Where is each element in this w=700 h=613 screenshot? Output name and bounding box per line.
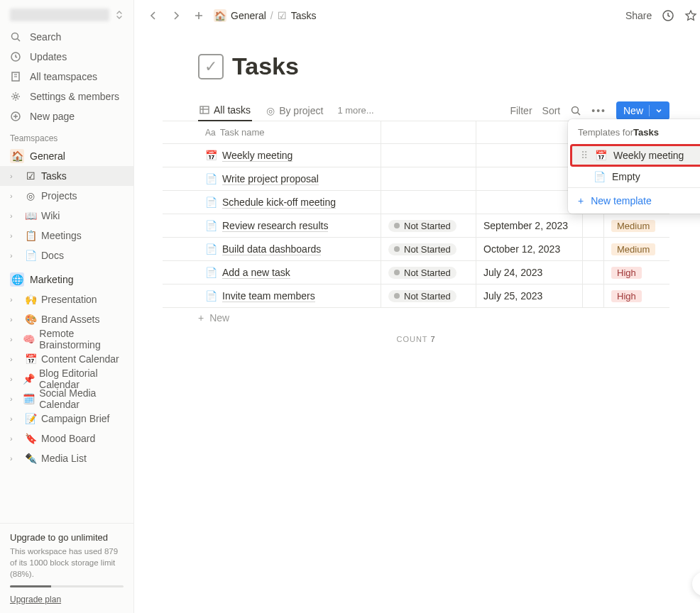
due-date[interactable]: September 2, 2023 (476, 214, 583, 237)
chevron-right-icon[interactable]: › (10, 434, 20, 443)
chevron-right-icon[interactable]: › (10, 375, 18, 383)
chevron-right-icon[interactable]: › (10, 335, 18, 343)
calendar-icon: 📅 (24, 353, 37, 365)
row-title[interactable]: Weekly meeting (222, 150, 292, 162)
status-badge[interactable]: Not Started (388, 290, 456, 302)
table-row[interactable]: 📄Build data dashboardsNot StartedOctober… (163, 238, 669, 261)
column-header-status[interactable] (381, 121, 476, 143)
workspace-switcher[interactable] (0, 0, 133, 27)
sidebar-settings[interactable]: Settings & members (0, 87, 133, 106)
clock-icon[interactable] (662, 9, 674, 22)
drag-handle-icon[interactable]: ⠿ (581, 150, 588, 161)
column-header-due[interactable] (476, 121, 583, 143)
sidebar-new-page[interactable]: New page (0, 106, 133, 126)
tabs-more[interactable]: 1 more... (337, 105, 373, 116)
row-title[interactable]: Review research results (222, 220, 328, 232)
table-row[interactable]: 📄Review research resultsNot StartedSepte… (163, 214, 669, 238)
new-button[interactable]: New (616, 101, 669, 120)
table-row[interactable]: 📄Invite team membersNot StartedJuly 25, … (163, 285, 669, 308)
chevron-right-icon[interactable]: › (10, 355, 20, 363)
due-date[interactable] (476, 191, 583, 214)
chevron-right-icon[interactable]: › (10, 211, 20, 220)
sidebar-page-tasks[interactable]: › ☑ Tasks (0, 166, 133, 186)
sort-button[interactable]: Sort (542, 105, 561, 116)
sidebar-search[interactable]: Search (0, 27, 133, 47)
priority-badge[interactable]: High (611, 290, 642, 302)
due-date[interactable]: October 12, 2023 (476, 238, 583, 260)
upgrade-banner: Upgrade to go unlimited This workspace h… (0, 523, 133, 613)
chevron-right-icon[interactable]: › (10, 295, 20, 304)
priority-badge[interactable]: High (611, 267, 642, 279)
search-icon[interactable] (570, 105, 581, 116)
sidebar-updates[interactable]: Updates (0, 47, 133, 67)
table-row[interactable]: 📄Add a new taskNot StartedJuly 24, 2023H… (163, 261, 669, 285)
sidebar-page-remote-brainstorming[interactable]: ›🧠Remote Brainstorming (0, 329, 133, 349)
column-header-name[interactable]: AaTask name (163, 121, 381, 143)
star-icon[interactable] (684, 9, 697, 22)
sidebar-page-meetings[interactable]: › 📋 Meetings (0, 226, 133, 245)
due-date[interactable]: July 24, 2023 (476, 261, 583, 284)
row-title[interactable]: Schedule kick-off meeting (222, 197, 336, 209)
breadcrumb: 🏠 General / ☑ Tasks (214, 9, 317, 22)
add-row-button[interactable]: + New (163, 308, 669, 328)
tab-by-project[interactable]: ◎ By project (265, 101, 324, 121)
sidebar-page-wiki[interactable]: › 📖 Wiki (0, 206, 133, 226)
sidebar-page-campaign-brief[interactable]: ›📝Campaign Brief (0, 409, 133, 429)
chevron-right-icon[interactable]: › (10, 394, 18, 403)
chevron-right-icon[interactable]: › (10, 454, 20, 463)
back-button[interactable] (146, 9, 161, 22)
svg-line-1 (18, 39, 21, 42)
chevron-right-icon[interactable]: › (10, 192, 20, 200)
breadcrumb-general[interactable]: General (231, 10, 266, 21)
new-tab-button[interactable] (191, 9, 207, 22)
due-date[interactable]: July 25, 2023 (476, 285, 583, 307)
upgrade-link[interactable]: Upgrade plan (10, 595, 61, 604)
sidebar-page-docs[interactable]: › 📄 Docs (0, 245, 133, 265)
chevron-right-icon[interactable]: › (10, 315, 20, 324)
row-title[interactable]: Add a new task (222, 267, 290, 279)
sidebar-page-label: Meetings (41, 230, 82, 241)
sidebar-page-presentation[interactable]: ›🙌Presentation (0, 289, 133, 309)
priority-badge[interactable]: Medium (611, 220, 655, 232)
filter-button[interactable]: Filter (510, 105, 532, 116)
sidebar-page-label: Campaign Brief (41, 413, 110, 424)
page-icon[interactable]: ✓ (198, 54, 224, 79)
sidebar-page-media-list[interactable]: ›✒️Media List (0, 448, 133, 468)
upgrade-title: Upgrade to go unlimited (10, 532, 124, 543)
status-badge[interactable]: Not Started (388, 220, 456, 232)
chevron-right-icon[interactable]: › (10, 172, 20, 180)
chevron-right-icon[interactable]: › (10, 414, 20, 423)
teamspace-general[interactable]: 🏠 General (0, 146, 133, 166)
chevron-right-icon[interactable]: › (10, 231, 20, 240)
tab-all-tasks[interactable]: All tasks (198, 100, 252, 121)
row-title[interactable]: Invite team members (222, 290, 315, 302)
chevron-right-icon[interactable]: › (10, 251, 20, 260)
priority-badge[interactable]: Medium (611, 243, 655, 255)
forward-button[interactable] (168, 9, 184, 22)
sidebar-page-label: Media List (41, 453, 87, 464)
sidebar-all-teamspaces[interactable]: All teamspaces (0, 67, 133, 87)
template-item-weekly-meeting[interactable]: ⠿ 📅 Weekly meeting ••• (571, 145, 700, 166)
help-fab[interactable]: ? (692, 572, 700, 596)
row-title[interactable]: Build data dashboards (222, 243, 321, 255)
sidebar-settings-label: Settings & members (30, 91, 119, 102)
sidebar-page-blog-editorial[interactable]: ›📌Blog Editorial Calendar (0, 369, 133, 389)
row-title[interactable]: Write project proposal (222, 173, 319, 185)
sidebar-page-content-calendar[interactable]: ›📅Content Calendar (0, 349, 133, 369)
due-date[interactable] (476, 167, 583, 190)
sidebar-page-mood-board[interactable]: ›🔖Mood Board (0, 429, 133, 448)
due-date[interactable] (476, 144, 583, 167)
share-button[interactable]: Share (625, 10, 652, 21)
chevron-down-icon[interactable] (655, 107, 662, 114)
breadcrumb-tasks[interactable]: Tasks (291, 10, 317, 21)
page-title[interactable]: Tasks (232, 53, 299, 80)
new-template-button[interactable]: + New template (568, 187, 700, 214)
template-item-empty[interactable]: 📄 Empty DEFAULT ••• (568, 166, 700, 187)
status-badge[interactable]: Not Started (388, 243, 456, 255)
sidebar-page-projects[interactable]: › ◎ Projects (0, 186, 133, 206)
teamspace-marketing[interactable]: 🌐 Marketing (0, 270, 133, 289)
status-badge[interactable]: Not Started (388, 267, 456, 279)
sidebar-page-social-calendar[interactable]: ›🗓️Social Media Calendar (0, 389, 133, 409)
sidebar-page-brand-assets[interactable]: ›🎨Brand Assets (0, 309, 133, 329)
more-icon[interactable]: ••• (591, 105, 606, 116)
